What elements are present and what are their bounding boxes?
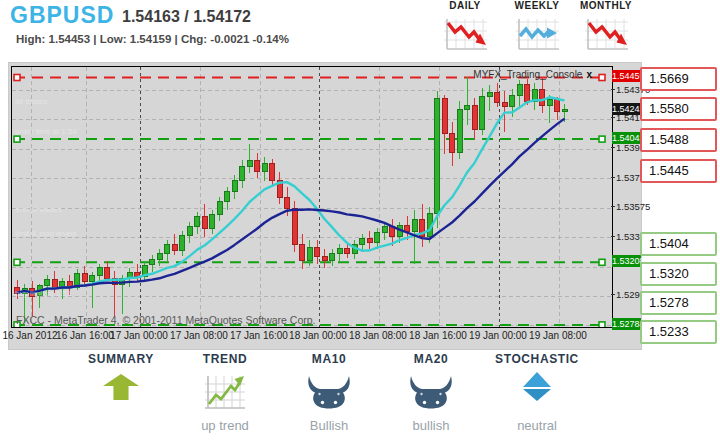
weekly-sideways-icon (514, 16, 561, 54)
platform-watermark: FXCC - MetaTrader 4, © 2001-2011 MetaQuo… (16, 314, 316, 326)
weekly-label: WEEKLY (508, 0, 566, 11)
timeframe-monthly: MONTHLY (577, 0, 635, 58)
resistance-level-4: 1.5445 (640, 159, 717, 183)
stochastic-value: neutral (511, 418, 563, 433)
trading-console-titlebar: MYFX_Trading_Consolex (420, 69, 592, 80)
price-chart-plot[interactable] (11, 66, 613, 328)
timeframe-daily: DAILY (436, 0, 494, 58)
support-level-3: 1.5278 (640, 291, 717, 315)
daily-downtrend-icon (442, 16, 489, 54)
ma20-label: MA20 (376, 352, 486, 366)
summary-label: SUMMARY (66, 352, 176, 366)
price-badge: 1.54042 (612, 132, 641, 144)
trend-value: up trend (199, 418, 251, 433)
time-axis-label: 19 Jan 08:00 (523, 330, 593, 341)
neutral-diamond-icon (482, 372, 592, 416)
price-badge: 1.54242 (612, 103, 641, 115)
resistance-level-1: 1.5669 (640, 67, 717, 91)
resistance-level-3: 1.5488 (640, 128, 717, 152)
symbol-title: GBPUSD (10, 2, 114, 29)
timeframe-weekly: WEEKLY (508, 0, 566, 58)
support-level-2: 1.5320 (640, 262, 717, 286)
ma10-label: MA10 (274, 352, 384, 366)
bull-icon (408, 375, 454, 411)
signal-ma20: MA20 bullish (376, 352, 486, 433)
candlestick-chart[interactable] (12, 67, 612, 327)
resistance-level-2: 1.5580 (640, 97, 717, 121)
trading-console-label: MYFX_Trading_Console (473, 69, 582, 80)
console-faint-annotation: end of trades (15, 205, 62, 214)
console-close-icon[interactable]: x (586, 69, 592, 80)
console-faint-annotation: order limit at 1.54 (15, 127, 77, 136)
stochastic-label: STOCHASTIC (482, 352, 592, 366)
ma20-value: bullish (405, 418, 457, 433)
console-faint-annotation: limit & stop levels (15, 229, 77, 238)
ma10-value: Bullish (303, 418, 355, 433)
uptrend-chart-icon (203, 374, 247, 412)
signal-trend: TREND up trend (170, 352, 280, 433)
signal-stochastic: STOCHASTIC neutral (482, 352, 592, 433)
monthly-label: MONTHLY (577, 0, 635, 11)
daily-label: DAILY (436, 0, 494, 11)
price-badge: 1.52784 (612, 318, 641, 330)
signal-summary: SUMMARY (66, 352, 176, 420)
high-low-change-stats: High: 1.54453 | Low: 1.54159 | Chg: -0.0… (16, 33, 289, 45)
console-faint-annotation: buy limit at 1.53 (15, 289, 71, 298)
support-level-4: 1.5233 (640, 320, 717, 344)
price-badge: 1.54459 (612, 70, 641, 82)
monthly-downtrend-icon (583, 16, 630, 54)
console-faint-annotation: all trades (15, 97, 47, 106)
signal-ma10: MA10 Bullish (274, 352, 384, 433)
trend-label: TREND (170, 352, 280, 366)
price-scale-label: 1.53575 (616, 201, 650, 212)
price-badge: 1.53208 (612, 255, 641, 267)
bid-ask-price: 1.54163 / 1.54172 (122, 8, 251, 26)
up-arrow-icon (103, 374, 139, 400)
support-level-1: 1.5404 (640, 232, 717, 256)
bull-icon (306, 375, 352, 411)
